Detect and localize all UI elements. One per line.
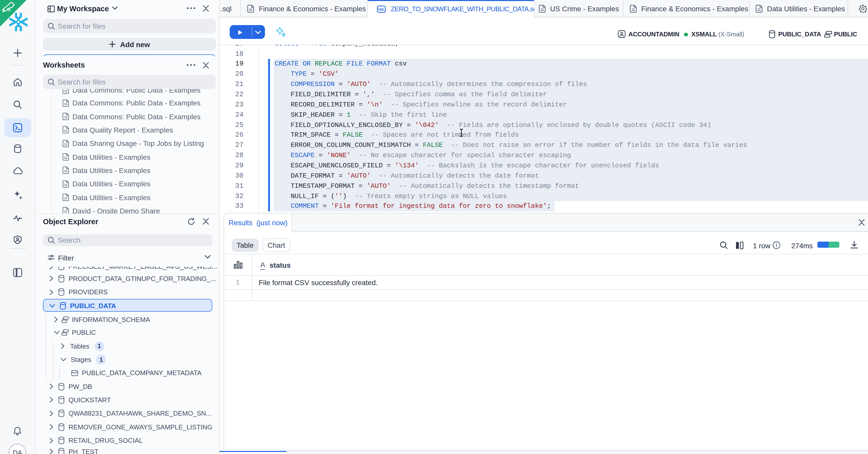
- svg-text:SQL: SQL: [378, 7, 384, 11]
